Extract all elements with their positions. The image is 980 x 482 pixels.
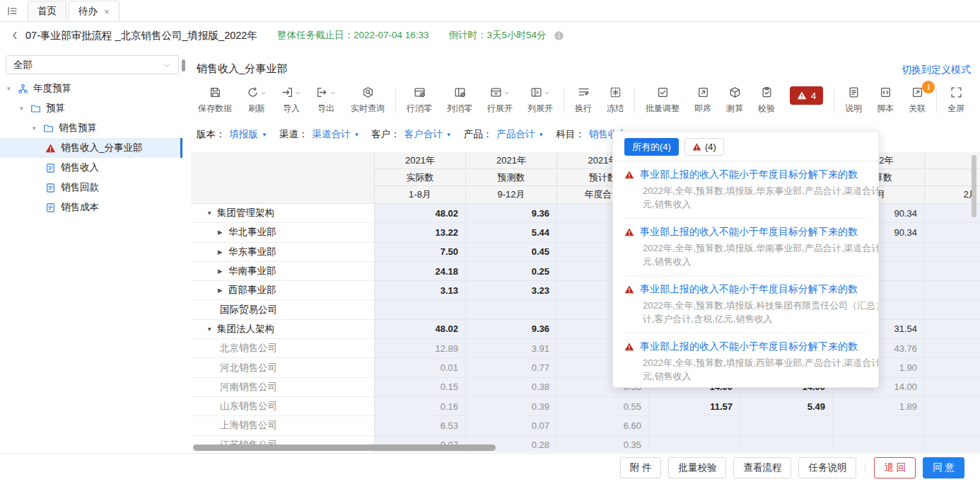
data-cell[interactable]: 3.91 xyxy=(466,339,557,358)
data-cell[interactable]: 0.39 xyxy=(466,397,557,416)
data-cell[interactable] xyxy=(925,378,980,397)
footer-button-3[interactable]: 任务说明 xyxy=(798,457,856,478)
tree-item-0[interactable]: ▾年度预算 xyxy=(0,79,182,98)
tree-item-2[interactable]: ▾销售预算 xyxy=(0,118,182,138)
filter-value[interactable]: 填报版 xyxy=(230,128,259,141)
data-cell[interactable]: 5.49 xyxy=(740,397,833,416)
row-header-cell[interactable]: ▶华北事业部 xyxy=(191,223,375,242)
tree-expand-caret[interactable]: ▾ xyxy=(20,105,30,112)
data-cell[interactable]: 6.53 xyxy=(375,416,466,435)
footer-button-2[interactable]: 查看流程 xyxy=(733,457,791,478)
data-cell[interactable]: 0.15 xyxy=(375,378,466,397)
data-cell[interactable] xyxy=(925,300,980,319)
data-cell[interactable]: 48.02 xyxy=(375,320,466,339)
warning-item-title[interactable]: 事业部上报的收入不能小于年度目标分解下来的数 xyxy=(624,226,867,239)
data-cell[interactable] xyxy=(740,436,833,452)
data-cell[interactable]: 9.36 xyxy=(466,204,557,223)
chevron-down-icon[interactable]: ▼ xyxy=(262,132,267,138)
tree-filter-select[interactable]: 全部 xyxy=(6,55,179,74)
menu-fold-icon[interactable] xyxy=(7,6,18,16)
row-header-cell[interactable]: ▼集团管理架构 xyxy=(191,204,375,223)
data-cell[interactable] xyxy=(925,223,980,242)
data-cell[interactable] xyxy=(925,416,980,435)
warning-item-title[interactable]: 事业部上报的收入不能小于年度目标分解下来的数 xyxy=(624,283,867,296)
row-expand-caret[interactable]: ▼ xyxy=(206,326,217,333)
row-header-cell[interactable]: ▶华南事业部 xyxy=(191,262,375,281)
row-header-cell[interactable]: 河北销售公司 xyxy=(191,358,375,377)
data-cell[interactable]: 12.89 xyxy=(375,339,466,358)
filter-value[interactable]: 产品合计 xyxy=(496,128,535,141)
popup-tab-0[interactable]: 所有的(4) xyxy=(624,138,679,156)
row-expand-caret[interactable]: ▼ xyxy=(206,210,217,217)
row-header-cell[interactable]: 河南销售公司 xyxy=(191,378,375,397)
row-expand-caret[interactable]: ▶ xyxy=(218,268,228,275)
data-cell[interactable] xyxy=(833,436,925,452)
toolbar-button-fullscreen[interactable]: 全屏 xyxy=(947,86,964,115)
data-cell[interactable]: 1.89 xyxy=(833,397,925,416)
toolbar-button-save[interactable]: 保存数据 xyxy=(198,86,232,115)
validation-warning-badge[interactable]: 4 xyxy=(790,86,823,105)
data-cell[interactable] xyxy=(925,281,980,300)
row-header-cell[interactable]: ▶西部事业部 xyxy=(191,281,375,300)
row-expand-caret[interactable]: ▶ xyxy=(218,229,228,236)
approve-button[interactable]: 同 意 xyxy=(923,457,964,478)
toolbar-button-import[interactable]: 导入 xyxy=(281,86,301,115)
row-expand-caret[interactable]: ▶ xyxy=(218,287,228,294)
footer-button-1[interactable]: 批量校验 xyxy=(668,457,726,478)
data-cell[interactable]: 48.02 xyxy=(375,204,466,223)
footer-button-0[interactable]: 附 件 xyxy=(620,457,662,478)
toolbar-button-export[interactable]: 导出 xyxy=(316,86,336,115)
data-cell[interactable]: 6.60 xyxy=(557,416,649,435)
data-cell[interactable]: 0.55 xyxy=(557,397,649,416)
data-cell[interactable]: 0.35 xyxy=(557,436,649,452)
toolbar-button-col-expand[interactable]: 列展开 xyxy=(527,86,553,115)
data-cell[interactable] xyxy=(740,416,833,435)
popup-tab-1[interactable]: (4) xyxy=(684,138,724,156)
horizontal-scrollbar[interactable] xyxy=(193,444,496,451)
data-cell[interactable]: 3.13 xyxy=(375,281,466,300)
data-cell[interactable]: 3.23 xyxy=(466,281,557,300)
toolbar-button-row-expand[interactable]: 行展开 xyxy=(487,86,513,115)
chevron-down-icon[interactable]: ▼ xyxy=(354,132,359,138)
tree-expand-caret[interactable]: ▾ xyxy=(33,125,43,132)
data-cell[interactable]: 0.77 xyxy=(466,358,557,377)
toolbar-button-relation[interactable]: 关联1 xyxy=(909,86,926,115)
chevron-down-icon[interactable]: ▼ xyxy=(538,132,544,138)
data-cell[interactable]: 0.45 xyxy=(466,243,557,262)
tree-expand-caret[interactable]: ▾ xyxy=(7,85,18,92)
data-cell[interactable]: 0.25 xyxy=(466,262,557,281)
row-header-cell[interactable]: ▶华东事业部 xyxy=(191,243,375,262)
data-cell[interactable] xyxy=(925,358,980,377)
data-cell[interactable] xyxy=(925,339,980,358)
info-icon[interactable] xyxy=(554,30,564,41)
tree-item-6[interactable]: 销售成本 xyxy=(0,197,182,217)
data-cell[interactable] xyxy=(649,416,740,435)
column-header-1[interactable]: 2021年预测数9-12月 xyxy=(466,152,557,204)
data-cell[interactable]: 11.57 xyxy=(649,397,740,416)
toolbar-button-realtime-query[interactable]: 实时查询 xyxy=(351,86,385,115)
warning-item-title[interactable]: 事业部上报的收入不能小于年度目标分解下来的数 xyxy=(624,168,867,181)
toolbar-button-row-zero[interactable]: 行消零 xyxy=(407,86,432,115)
reject-button[interactable]: 退 回 xyxy=(874,457,916,478)
data-cell[interactable] xyxy=(375,300,466,319)
row-header-cell[interactable]: 国际贸易公司 xyxy=(191,300,375,319)
tree-item-1[interactable]: ▾预算 xyxy=(0,98,182,118)
switch-mode-link[interactable]: 切换到定义模式 xyxy=(902,64,971,76)
data-cell[interactable] xyxy=(925,320,980,339)
filter-value[interactable]: 渠道合计 xyxy=(312,128,350,141)
chevron-left-icon[interactable] xyxy=(10,30,20,40)
toolbar-button-script[interactable]: 脚本 xyxy=(877,86,894,115)
tree-item-3[interactable]: 销售收入_分事业部 xyxy=(0,138,182,158)
toolbar-button-col-zero[interactable]: 列消零 xyxy=(447,86,472,115)
toolbar-button-wrap[interactable]: 换行 xyxy=(575,86,592,115)
toolbar-button-batch-adjust[interactable]: 批量调整 xyxy=(646,86,679,115)
sidebar-resize-handle[interactable] xyxy=(182,59,185,71)
vertical-scrollbar[interactable] xyxy=(972,155,976,217)
data-cell[interactable] xyxy=(925,397,980,416)
data-cell[interactable]: 0.01 xyxy=(375,358,466,377)
tree-item-5[interactable]: 销售回款 xyxy=(0,178,182,197)
data-cell[interactable]: 13.22 xyxy=(375,223,466,242)
toolbar-button-note[interactable]: 说明 xyxy=(845,86,862,115)
close-icon[interactable]: × xyxy=(104,6,110,17)
row-expand-caret[interactable]: ▶ xyxy=(218,248,228,256)
